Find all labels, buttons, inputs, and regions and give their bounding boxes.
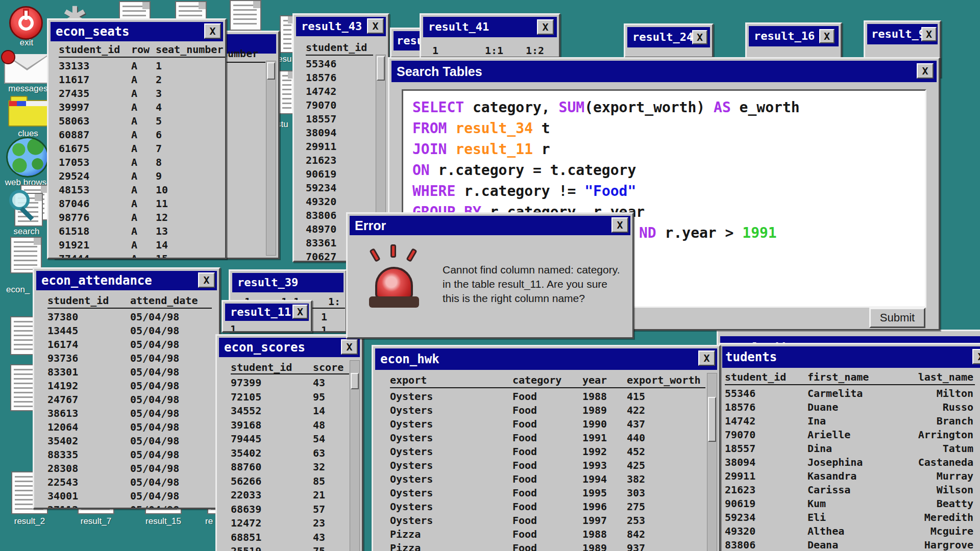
table-cell: 37380 [47,311,78,323]
table-cell: 28308 [47,462,78,474]
table-cell: Oysters [390,418,433,430]
table-row: 1247223 [217,517,362,531]
sql-token: AS [714,99,731,116]
table-cell: 275 [627,500,645,513]
scrollbar-thumb[interactable] [708,397,716,442]
table-cell: 05/04/98 [130,504,179,509]
scrollbar-thumb[interactable] [377,56,385,81]
table-cell: 14742 [306,85,336,97]
sql-query-fragment: ND r.year > 1991 [639,222,777,243]
table-row: 3540263 [217,447,362,461]
cell: 1:1 [485,44,503,57]
table-row: OystersFood1994382 [373,473,719,487]
submit-button[interactable]: Submit [869,308,925,328]
table-row: OystersFood1996275 [373,500,719,514]
scrollbar-thumb[interactable] [351,373,359,389]
sql-token: "Food" [584,183,636,199]
power-icon[interactable] [9,6,43,40]
table: student_idrowseat_number33133A111617A227… [48,20,225,258]
table-cell: 75 [313,545,325,551]
table-row: 21623 [294,154,388,168]
table-row: 29911KasandraMurray [720,470,980,484]
table-cell: 38094 [306,127,336,139]
table-cell: Food [512,445,537,458]
clues-folder-icon[interactable] [8,100,48,127]
column-header: student_id [47,294,109,307]
table-cell: 13 [156,225,168,237]
table-row: 49320 [294,195,388,209]
scrollbar[interactable] [266,61,276,256]
window-titlebar[interactable]: result_39 [232,273,344,292]
close-icon[interactable]: X [819,29,835,43]
close-icon[interactable]: X [292,305,308,319]
table-row: OystersFood1990437 [373,418,719,432]
table-cell: Food [512,404,537,416]
window-result-24[interactable]: result_24 X [624,23,714,58]
close-icon[interactable]: X [921,27,937,41]
column-header: category [512,374,561,386]
table-cell: 7 [156,142,162,155]
web-browser-globe-icon[interactable] [6,137,49,178]
table-cell: 68639 [231,503,261,515]
window-result-16[interactable]: result_16 X [745,22,842,61]
table-cell: Castaneda [918,456,973,468]
close-icon[interactable]: X [692,30,707,44]
window-econ-hwk[interactable]: econ_hwk X exportcategoryyearexport_wort… [372,345,721,551]
table-cell: Kasandra [807,470,856,482]
search-icon[interactable] [9,190,30,210]
table-cell: 48 [313,419,325,431]
close-icon[interactable]: X [917,63,934,79]
close-icon[interactable]: X [611,217,628,233]
table-cell: 38094 [725,456,755,468]
scrollbar[interactable] [350,360,360,551]
table-row: 17053A8 [48,156,225,170]
scrollbar-thumb[interactable] [267,62,275,80]
table-cell: 1988 [582,390,607,403]
table-cell: 11 [156,197,168,210]
icon-label-exit: exit [0,38,53,48]
scrollbar[interactable] [707,373,717,551]
table-cell: Meredith [924,511,973,523]
table-row: 21623CarissaWilson [720,484,980,497]
window-econ-attendance[interactable]: econ_attendance X student_idattend_date3… [33,267,220,509]
siren-ray [369,248,381,262]
column-header: export [390,374,427,386]
sql-token: r.category != [455,183,584,199]
table-cell: 27435 [59,87,89,99]
table-cell: A [131,73,137,86]
close-icon[interactable]: X [537,19,554,35]
table-cell: 83301 [47,366,78,378]
table-row: 11617A2 [48,73,225,87]
dialog-titlebar[interactable]: Error [350,216,630,235]
error-line: Cannot find column named: category. [443,263,620,277]
table-cell: 16174 [47,338,78,350]
error-dialog[interactable]: Error X Cannot find column named: catego… [346,212,634,339]
table-row: 14742InaBranch [720,415,980,429]
window-result-41[interactable]: result_41 X 1 1:1 1:2 [420,13,560,58]
table-cell: Murray [937,470,973,482]
window-econ-scores[interactable]: econ_scores X student_idscore97399437210… [215,334,363,551]
table-row: 18576 [294,71,388,85]
window-resu-fragment[interactable]: resu [390,28,424,58]
messages-icon[interactable] [4,54,50,84]
table-row: 3861305/04/98 [34,407,219,421]
table-cell: 23 [313,517,325,529]
document-icon[interactable] [230,0,261,31]
window-result-11[interactable]: result_11 X 1 [222,300,312,333]
window-students[interactable]: tudents X student_idfirst_namelast_name5… [719,343,980,551]
column-header: score [313,361,344,373]
siren-ray [390,244,396,258]
window-titlebar[interactable]: Search Tables [391,61,937,82]
table-cell: 77444 [59,253,89,259]
table-row: 38094 [294,127,388,140]
table-row: 9373605/04/98 [34,352,219,366]
header-underline [59,57,227,58]
window-titlebar[interactable]: resu [394,31,420,51]
window-econ-seats[interactable]: econ_seats X student_idrowseat_number331… [47,18,227,259]
table-cell: 85 [313,475,325,487]
table-row: 90619 [294,168,388,182]
table-cell: A [131,101,137,113]
window-title: resu [397,34,420,47]
siren-icon [368,248,421,315]
table-row: 27435A3 [48,87,225,101]
